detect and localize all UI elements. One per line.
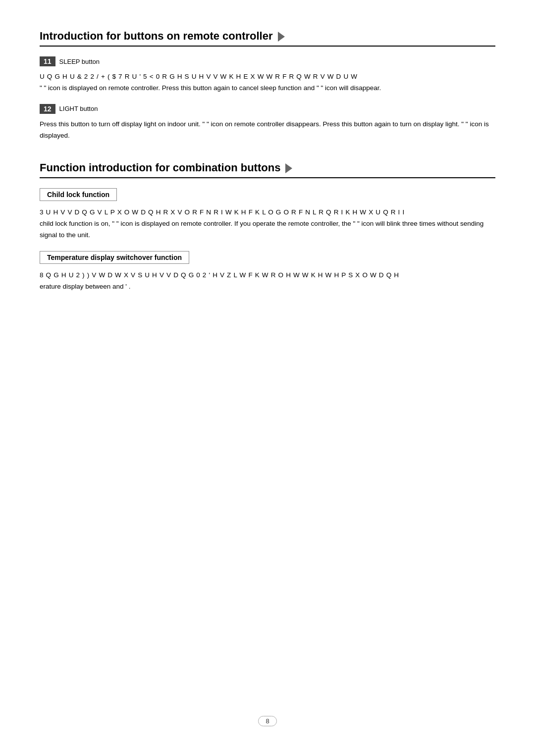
child-lock-body: child lock function is on, " " icon is d… — [40, 218, 495, 241]
light-button-badge: 12 LIGHT button — [40, 104, 98, 114]
page-number: 8 — [258, 716, 276, 726]
badge-number-11: 11 — [40, 56, 55, 66]
section-intro-buttons: Introduction for buttons on remote contr… — [40, 30, 495, 142]
child-lock-label: Child lock function — [40, 188, 117, 201]
sleep-text-body: " " icon is displayed on remote controll… — [40, 83, 495, 94]
sleep-button-section: 11 SLEEP button U Q G H U & 2 2 / + ( $ … — [40, 56, 495, 94]
badge-label-sleep: SLEEP button — [59, 58, 100, 65]
temp-display-body: erature display between and ' . — [40, 281, 495, 293]
sleep-text-scrambled: U Q G H U & 2 2 / + ( $ 7 R U ' 5 < 0 R … — [40, 71, 495, 83]
light-button-section: 12 LIGHT button Press this button to tur… — [40, 104, 495, 142]
temp-display-scrambled: 8 Q G H U 2 ) ) V W D W X V S U H V V D … — [40, 270, 495, 281]
page-number-area: 8 — [0, 716, 535, 726]
child-lock-section: Child lock function 3 U H V V D Q G V L … — [40, 188, 495, 241]
section1-title: Introduction for buttons on remote contr… — [40, 30, 495, 47]
child-lock-scrambled: 3 U H V V D Q G V L P X O W D Q H R X V … — [40, 207, 495, 218]
section-combination-buttons: Function introduction for combination bu… — [40, 161, 495, 293]
temp-display-section: Temperature display switchover function … — [40, 251, 495, 293]
sleep-button-badge: 11 SLEEP button — [40, 56, 100, 66]
light-text-body: Press this button to turn off display li… — [40, 119, 495, 142]
temp-display-label: Temperature display switchover function — [40, 251, 189, 264]
badge-number-12: 12 — [40, 104, 55, 114]
section2-title: Function introduction for combination bu… — [40, 161, 495, 178]
badge-label-light: LIGHT button — [59, 105, 98, 112]
